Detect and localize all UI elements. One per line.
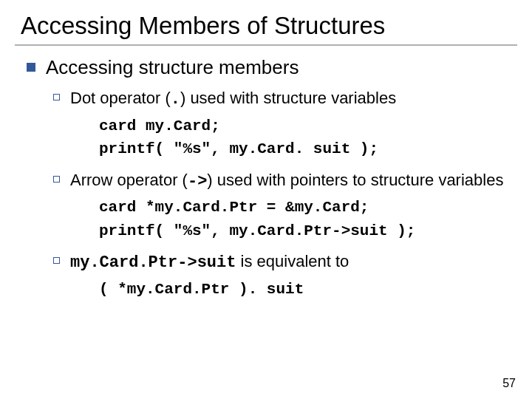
operator-dot: . bbox=[171, 90, 180, 109]
hollow-square-bullet-icon bbox=[53, 176, 60, 183]
level1-text: Accessing structure members bbox=[46, 56, 299, 79]
code-block: card *my.Card.Ptr = &my.Card; printf( "%… bbox=[99, 196, 511, 242]
equiv-expression: my.Card.Ptr->suit bbox=[70, 253, 236, 272]
operator-arrow: -> bbox=[188, 172, 207, 191]
equiv-tail: is equivalent to bbox=[236, 252, 349, 270]
code-block: ( *my.Card.Ptr ). suit bbox=[99, 278, 511, 301]
level2-item: Dot operator (.) used with structure var… bbox=[53, 88, 511, 110]
code-block: card my.Card; printf( "%s", my.Card. sui… bbox=[99, 115, 511, 161]
text-suffix: ) used with structure variables bbox=[180, 89, 396, 107]
level2-text: my.Card.Ptr->suit is equivalent to bbox=[70, 251, 349, 273]
text-prefix: Arrow operator ( bbox=[70, 171, 188, 189]
slide-title: Accessing Members of Structures bbox=[15, 12, 517, 46]
text-suffix: ) used with pointers to structure variab… bbox=[207, 171, 503, 189]
level2-text: Arrow operator (->) used with pointers t… bbox=[70, 170, 503, 192]
hollow-square-bullet-icon bbox=[53, 257, 60, 264]
level2-text: Dot operator (.) used with structure var… bbox=[70, 88, 396, 110]
level2-item: my.Card.Ptr->suit is equivalent to bbox=[53, 251, 511, 273]
page-number: 57 bbox=[502, 377, 516, 390]
slide-content: Accessing structure members Dot operator… bbox=[21, 56, 511, 301]
level2-group: Dot operator (.) used with structure var… bbox=[53, 88, 511, 301]
text-prefix: Dot operator ( bbox=[70, 89, 171, 107]
hollow-square-bullet-icon bbox=[53, 94, 60, 100]
square-bullet-icon bbox=[27, 63, 35, 72]
level1-item: Accessing structure members bbox=[27, 56, 511, 79]
level2-item: Arrow operator (->) used with pointers t… bbox=[53, 170, 511, 192]
